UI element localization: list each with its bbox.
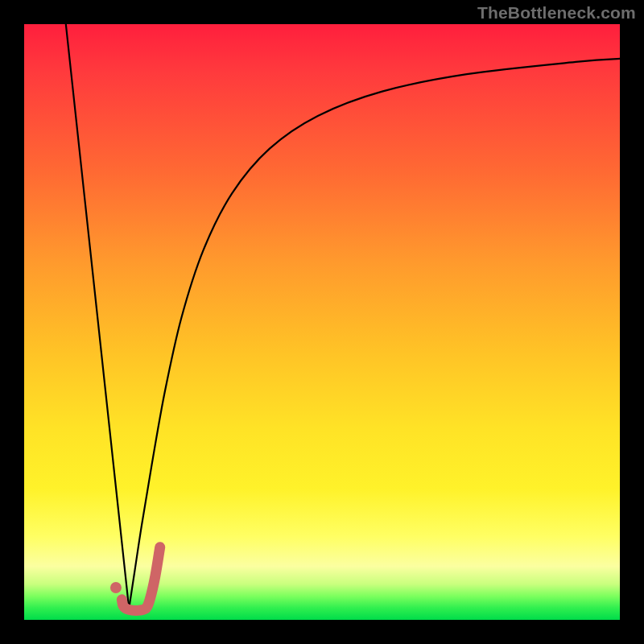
chart-overlay-svg	[24, 24, 620, 620]
j-marker-hook	[122, 547, 159, 611]
j-marker-dot	[110, 582, 122, 593]
chart-frame: TheBottleneck.com	[0, 0, 644, 644]
plot-area	[24, 24, 620, 620]
curve-right-segment	[129, 59, 620, 609]
watermark-text: TheBottleneck.com	[477, 3, 636, 23]
curve-left-segment	[66, 24, 129, 609]
